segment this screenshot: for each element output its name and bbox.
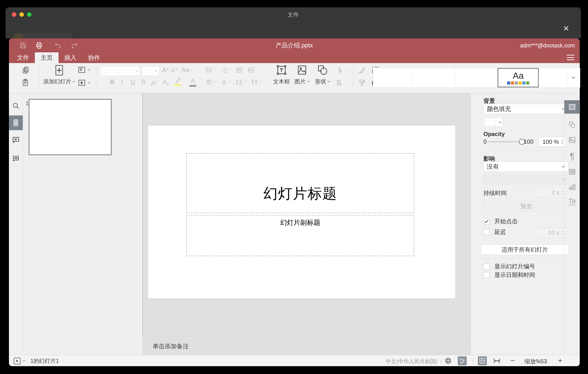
chevron-down-icon[interactable] xyxy=(214,81,217,83)
change-case-icon[interactable]: Aa xyxy=(181,66,193,74)
bullets-icon[interactable] xyxy=(206,66,213,74)
copy-style-icon[interactable] xyxy=(358,79,366,87)
subscript-icon[interactable]: A2 xyxy=(163,77,169,89)
chevron-down-icon[interactable] xyxy=(229,68,231,70)
table-settings-icon[interactable] xyxy=(564,165,580,178)
tab-home[interactable]: 主页 xyxy=(35,52,59,63)
opacity-spinner[interactable]: 100 % xyxy=(539,137,566,147)
shape-settings-icon[interactable] xyxy=(564,118,580,132)
apply-to-all-slides-button[interactable]: 适用于所有幻灯片 xyxy=(481,244,569,255)
chevron-down-icon[interactable] xyxy=(259,81,262,83)
fit-to-width-button[interactable] xyxy=(493,357,500,364)
zoom-in-button[interactable]: + xyxy=(558,357,562,365)
theme-option[interactable] xyxy=(413,68,455,88)
strikethrough-icon[interactable]: S xyxy=(141,77,146,87)
image-settings-icon[interactable] xyxy=(564,133,580,147)
duration-spinner[interactable]: 2 s xyxy=(535,187,566,197)
show-slide-number-checkbox[interactable] xyxy=(483,264,490,270)
columns-icon[interactable] xyxy=(251,79,258,86)
line-spacing-icon[interactable] xyxy=(235,79,243,86)
slide-thumbnail[interactable] xyxy=(29,99,112,155)
start-click-checkbox[interactable] xyxy=(483,218,490,224)
chevron-down-icon[interactable] xyxy=(199,78,201,79)
set-language-icon[interactable] xyxy=(445,357,452,364)
font-size-select[interactable] xyxy=(142,66,159,76)
slide-settings-icon[interactable] xyxy=(564,100,580,114)
show-date-time-checkbox[interactable] xyxy=(483,272,490,278)
effect-select[interactable]: 没有 xyxy=(483,162,568,172)
text-box-button[interactable]: 文本框 xyxy=(270,78,293,85)
increase-font-icon[interactable]: A▲ xyxy=(162,66,169,74)
slide-layout-button[interactable] xyxy=(78,66,90,74)
subtitle-placeholder[interactable]: 幻灯片副标题 xyxy=(186,215,414,256)
theme-option[interactable] xyxy=(455,68,497,88)
vertical-align-icon[interactable] xyxy=(220,79,228,86)
menu-icon[interactable] xyxy=(567,55,574,60)
bold-icon[interactable]: B xyxy=(110,77,114,87)
tab-collaboration[interactable]: 协作 xyxy=(82,52,106,63)
preview-button[interactable]: 预览 xyxy=(483,201,569,212)
chevron-down-icon[interactable] xyxy=(214,68,217,70)
italic-icon[interactable]: I xyxy=(121,77,123,87)
theme-option[interactable] xyxy=(373,68,413,88)
background-color-picker[interactable] xyxy=(483,117,503,127)
shape-icon[interactable] xyxy=(311,65,334,76)
effect-type-select[interactable] xyxy=(483,174,568,184)
delay-checkbox[interactable] xyxy=(483,229,490,235)
delay-spinner[interactable]: 10 s xyxy=(536,228,566,238)
title-placeholder[interactable]: 幻灯片标题 xyxy=(186,153,414,213)
chevron-down-icon[interactable] xyxy=(229,81,231,83)
image-icon[interactable] xyxy=(291,65,313,76)
tab-file[interactable]: 文件 xyxy=(11,52,35,63)
play-icon[interactable] xyxy=(14,358,21,364)
spellcheck-toggle[interactable]: ABC xyxy=(458,356,467,365)
tab-insert[interactable]: 插入 xyxy=(59,52,82,63)
font-color-icon[interactable]: A xyxy=(189,76,196,87)
add-slide-icon[interactable] xyxy=(42,65,76,76)
chart-settings-icon[interactable] xyxy=(564,180,580,194)
text-art-settings-icon[interactable]: Ta xyxy=(564,195,580,209)
align-objects-icon[interactable] xyxy=(336,79,348,87)
theme-gallery-expand-icon[interactable] xyxy=(567,68,580,88)
theme-color-swatches xyxy=(507,81,529,85)
numbering-icon[interactable] xyxy=(220,66,228,74)
highlight-color-icon[interactable] xyxy=(174,77,181,86)
shape-button[interactable]: 形状 xyxy=(311,78,334,85)
arrange-icon[interactable] xyxy=(336,66,348,74)
zoom-level[interactable]: 缩放%53 xyxy=(525,358,547,365)
opacity-slider-thumb[interactable] xyxy=(519,139,525,145)
horizontal-align-icon[interactable] xyxy=(206,79,213,86)
image-button[interactable]: 图片 xyxy=(291,78,313,85)
clear-style-icon[interactable] xyxy=(358,66,366,74)
opacity-slider[interactable] xyxy=(488,141,522,142)
text-box-icon[interactable] xyxy=(270,65,293,76)
close-icon[interactable]: ✕ xyxy=(561,23,571,34)
slide[interactable]: 幻灯片标题 幻灯片副标题 xyxy=(148,125,455,298)
language-control[interactable]: 中文(中华人民共和国) xyxy=(386,358,442,365)
chat-icon[interactable] xyxy=(12,154,20,162)
paragraph-settings-icon[interactable]: ¶ xyxy=(564,149,580,163)
font-name-select[interactable] xyxy=(100,66,140,76)
decrease-font-icon[interactable]: A▼ xyxy=(171,67,178,74)
chevron-down-icon[interactable] xyxy=(244,81,246,83)
slides-panel-icon[interactable] xyxy=(9,115,23,130)
slideshow-button[interactable] xyxy=(78,79,90,87)
superscript-icon[interactable]: A2 xyxy=(151,77,157,88)
chevron-down-icon[interactable] xyxy=(183,78,186,79)
copy-icon[interactable] xyxy=(22,66,30,74)
fit-to-slide-toggle[interactable] xyxy=(478,356,487,365)
theme-option[interactable] xyxy=(539,68,567,88)
start-slideshow-control[interactable]: 1的幻灯片1 xyxy=(14,357,59,365)
paste-icon[interactable] xyxy=(22,79,30,86)
slide-subtitle-text: 幻灯片副标题 xyxy=(280,216,320,227)
underline-icon[interactable]: U xyxy=(130,77,135,87)
decrease-indent-icon[interactable] xyxy=(235,66,243,74)
notes-area[interactable]: 单击添加备注 xyxy=(142,336,470,355)
increase-indent-icon[interactable] xyxy=(248,66,255,74)
comments-icon[interactable] xyxy=(12,136,20,143)
zoom-out-button[interactable]: − xyxy=(511,357,515,365)
theme-option-selected[interactable]: Aa xyxy=(497,68,539,88)
add-slide-button[interactable]: 添加幻灯片 xyxy=(42,78,76,85)
search-icon[interactable] xyxy=(12,102,20,110)
background-fill-select[interactable]: 颜色填充 xyxy=(483,104,568,114)
